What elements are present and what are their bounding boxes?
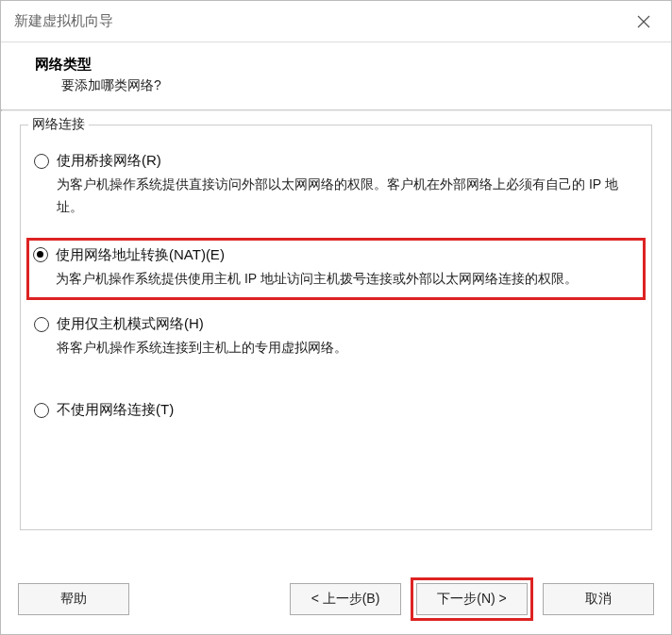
next-button[interactable]: 下一步(N) > — [416, 583, 528, 615]
option-bridged: 使用桥接网络(R) 为客户机操作系统提供直接访问外部以太网网络的权限。客户机在外… — [30, 150, 642, 221]
help-button[interactable]: 帮助 — [18, 583, 129, 615]
radio-nat-label: 使用网络地址转换(NAT)(E) — [56, 246, 225, 264]
back-button[interactable]: < 上一步(B) — [290, 583, 401, 615]
spacer — [30, 378, 642, 399]
nav-button-group: < 上一步(B) 下一步(N) > 取消 — [290, 577, 654, 621]
radio-none-label: 不使用网络连接(T) — [57, 401, 174, 419]
button-bar: 帮助 < 上一步(B) 下一步(N) > 取消 — [1, 568, 671, 634]
page-subtitle: 要添加哪类网络? — [35, 77, 637, 94]
wizard-header: 网络类型 要添加哪类网络? — [1, 42, 671, 109]
cancel-button[interactable]: 取消 — [543, 583, 654, 615]
option-none: 不使用网络连接(T) — [30, 399, 642, 421]
radio-nat-desc: 为客户机操作系统提供使用主机 IP 地址访问主机拨号连接或外部以太网网络连接的权… — [33, 268, 639, 291]
radio-nat[interactable]: 使用网络地址转换(NAT)(E) — [33, 246, 639, 264]
radio-hostonly-desc: 将客户机操作系统连接到主机上的专用虚拟网络。 — [34, 337, 638, 359]
network-connection-group: 网络连接 使用桥接网络(R) 为客户机操作系统提供直接访问外部以太网网络的权限。… — [20, 125, 652, 530]
titlebar: 新建虚拟机向导 — [1, 1, 671, 42]
radio-bridged[interactable]: 使用桥接网络(R) — [34, 152, 638, 170]
option-nat: 使用网络地址转换(NAT)(E) 为客户机操作系统提供使用主机 IP 地址访问主… — [26, 238, 646, 301]
window-title: 新建虚拟机向导 — [14, 12, 630, 30]
page-title: 网络类型 — [35, 56, 637, 74]
close-icon — [637, 15, 650, 28]
radio-hostonly-label: 使用仅主机模式网络(H) — [57, 315, 204, 333]
radio-icon — [34, 403, 49, 418]
content-area: 网络连接 使用桥接网络(R) 为客户机操作系统提供直接访问外部以太网网络的权限。… — [1, 111, 671, 568]
radio-bridged-desc: 为客户机操作系统提供直接访问外部以太网网络的权限。客户机在外部网络上必须有自己的… — [34, 174, 638, 219]
wizard-window: 新建虚拟机向导 网络类型 要添加哪类网络? 网络连接 使用桥接网络(R) 为客户… — [0, 0, 672, 635]
radio-icon — [34, 154, 49, 169]
option-hostonly: 使用仅主机模式网络(H) 将客户机操作系统连接到主机上的专用虚拟网络。 — [30, 313, 642, 361]
radio-none[interactable]: 不使用网络连接(T) — [34, 401, 638, 419]
radio-icon — [33, 247, 48, 262]
next-highlight: 下一步(N) > — [411, 577, 533, 621]
group-legend: 网络连接 — [28, 116, 89, 133]
close-button[interactable] — [630, 8, 658, 36]
radio-hostonly[interactable]: 使用仅主机模式网络(H) — [34, 315, 638, 333]
radio-icon — [34, 317, 49, 332]
radio-bridged-label: 使用桥接网络(R) — [57, 152, 161, 170]
